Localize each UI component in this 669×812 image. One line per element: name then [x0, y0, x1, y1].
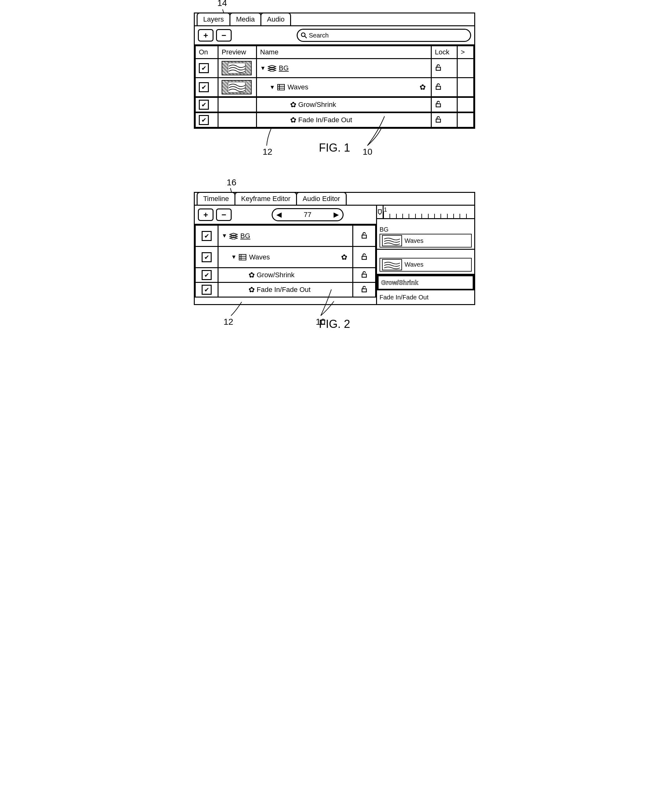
- group-icon: [229, 233, 238, 240]
- lock-icon[interactable]: [361, 231, 368, 241]
- tab-keyframe[interactable]: Keyframe Editor: [234, 192, 297, 205]
- tabs-row: Layers Media Audio: [195, 13, 474, 26]
- row-fade[interactable]: ✔ ✿Fade In/Fade Out: [195, 112, 474, 128]
- svg-rect-6: [239, 254, 246, 260]
- visibility-checkbox[interactable]: ✔: [199, 63, 209, 73]
- tab-layers[interactable]: Layers: [197, 12, 230, 25]
- visibility-checkbox[interactable]: ✔: [199, 115, 209, 125]
- add-button[interactable]: +: [198, 29, 213, 42]
- tl-row-grow[interactable]: ✔ ✿Grow/Shrink: [195, 268, 376, 282]
- toolbar: + − Search: [195, 26, 474, 45]
- disclosure-icon[interactable]: ▼: [269, 84, 275, 91]
- behavior-icon: ✿: [290, 100, 296, 109]
- visibility-checkbox[interactable]: ✔: [199, 100, 209, 110]
- visibility-checkbox[interactable]: ✔: [202, 231, 212, 241]
- figure-1: 14 Layers Media Audio + − Search On Prev…: [194, 12, 475, 154]
- tab-audio[interactable]: Audio: [261, 12, 291, 25]
- disclosure-icon[interactable]: ▼: [231, 254, 237, 260]
- frame-stepper[interactable]: ◀ 77 ▶: [272, 208, 344, 221]
- layers-table: On Preview Name Lock > ✔ ▼BG ✔ ▼Waves✿: [195, 45, 474, 128]
- search-input[interactable]: Search: [297, 29, 471, 42]
- figure-2: 16 Timeline Keyframe Editor Audio Editor…: [194, 192, 475, 331]
- track-fade-label: Fade In/Fade Out: [380, 294, 472, 301]
- gear-icon[interactable]: ✿: [420, 83, 426, 92]
- search-icon: [301, 32, 307, 39]
- remove-button[interactable]: −: [216, 29, 232, 42]
- track-grow-label: Grow/Shrink: [381, 279, 470, 286]
- track-bg[interactable]: BG Waves: [377, 225, 474, 250]
- timeline-panel: Timeline Keyframe Editor Audio Editor + …: [194, 192, 475, 305]
- callout-10-line: [319, 289, 341, 317]
- tab-media[interactable]: Media: [229, 12, 261, 25]
- layer-icon: [277, 84, 285, 91]
- group-icon: [267, 65, 276, 72]
- timeline-ruler[interactable]: 1: [377, 206, 474, 219]
- row-name-grow: Grow/Shrink: [298, 101, 336, 109]
- lock-icon[interactable]: [361, 253, 368, 262]
- timeline-layers-table: ✔ ▼BG ✔ ▼Waves✿ ✔ ✿Grow/Shrink: [195, 225, 376, 297]
- callout-14: 14: [217, 0, 227, 8]
- header-on: On: [195, 46, 218, 59]
- row-grow-shrink[interactable]: ✔ ✿Grow/Shrink: [195, 97, 474, 112]
- visibility-checkbox[interactable]: ✔: [202, 285, 212, 295]
- lock-icon[interactable]: [435, 82, 442, 92]
- svg-line-1: [305, 36, 307, 38]
- track-bg-label: BG: [380, 226, 472, 233]
- tab-timeline[interactable]: Timeline: [197, 192, 235, 205]
- gear-icon[interactable]: ✿: [341, 253, 347, 262]
- track-fade[interactable]: Fade In/Fade Out: [377, 290, 474, 304]
- prev-frame-icon[interactable]: ◀: [276, 211, 282, 219]
- track-thumb: [382, 259, 402, 270]
- lock-icon[interactable]: [361, 285, 368, 294]
- track-waves[interactable]: Waves: [377, 250, 474, 275]
- callout-12: 12: [262, 147, 272, 157]
- visibility-checkbox[interactable]: ✔: [199, 82, 209, 92]
- preview-thumb[interactable]: [222, 61, 252, 75]
- playhead-icon[interactable]: [377, 206, 383, 218]
- add-button[interactable]: +: [198, 208, 213, 221]
- behavior-icon: ✿: [290, 116, 296, 124]
- disclosure-icon[interactable]: ▼: [222, 233, 227, 239]
- tab-audio-editor[interactable]: Audio Editor: [296, 192, 347, 205]
- header-row: On Preview Name Lock >: [195, 46, 474, 59]
- layer-icon: [239, 254, 247, 261]
- remove-button[interactable]: −: [216, 208, 232, 221]
- next-frame-icon[interactable]: ▶: [334, 211, 339, 219]
- svg-point-0: [301, 33, 305, 37]
- tl-row-name-waves: Waves: [249, 253, 270, 261]
- tl-row-name-grow: Grow/Shrink: [257, 271, 294, 279]
- row-waves[interactable]: ✔ ▼Waves✿: [195, 78, 474, 97]
- visibility-checkbox[interactable]: ✔: [202, 252, 212, 262]
- row-name-fade: Fade In/Fade Out: [298, 116, 352, 124]
- track-bg-bar-label: Waves: [405, 237, 423, 245]
- track-waves-label: Waves: [405, 261, 423, 268]
- preview-thumb[interactable]: [222, 80, 252, 94]
- tl-row-name-bg: BG: [240, 232, 250, 240]
- lock-icon[interactable]: [435, 64, 442, 73]
- tl-row-fade[interactable]: ✔ ✿Fade In/Fade Out: [195, 282, 376, 297]
- lock-icon[interactable]: [361, 270, 368, 280]
- visibility-checkbox[interactable]: ✔: [202, 270, 212, 280]
- behavior-icon: ✿: [249, 285, 255, 294]
- row-bg[interactable]: ✔ ▼BG: [195, 59, 474, 78]
- tl-row-bg[interactable]: ✔ ▼BG: [195, 225, 376, 247]
- ruler-label: 1: [384, 206, 387, 213]
- behavior-icon: ✿: [249, 271, 255, 279]
- row-name-waves: Waves: [287, 83, 308, 91]
- timeline-toolbar: + − ◀ 77 ▶: [195, 206, 376, 225]
- track-thumb: [382, 235, 402, 246]
- lock-icon[interactable]: [435, 115, 442, 125]
- lock-icon[interactable]: [435, 100, 442, 109]
- disclosure-icon[interactable]: ▼: [260, 65, 266, 72]
- svg-rect-2: [277, 84, 284, 90]
- tl-row-waves[interactable]: ✔ ▼Waves✿: [195, 247, 376, 268]
- callout-12-line: [264, 128, 277, 147]
- header-name: Name: [257, 46, 431, 59]
- frame-number: 77: [304, 211, 311, 219]
- row-name-bg: BG: [279, 64, 289, 72]
- timeline-tracks[interactable]: BG Waves Waves Grow/Shrink Fade In/Fade …: [377, 225, 474, 304]
- layers-panel: Layers Media Audio + − Search On Preview…: [194, 12, 475, 129]
- track-grow[interactable]: Grow/Shrink: [377, 275, 474, 290]
- header-lock: Lock: [431, 46, 457, 59]
- header-preview: Preview: [218, 46, 257, 59]
